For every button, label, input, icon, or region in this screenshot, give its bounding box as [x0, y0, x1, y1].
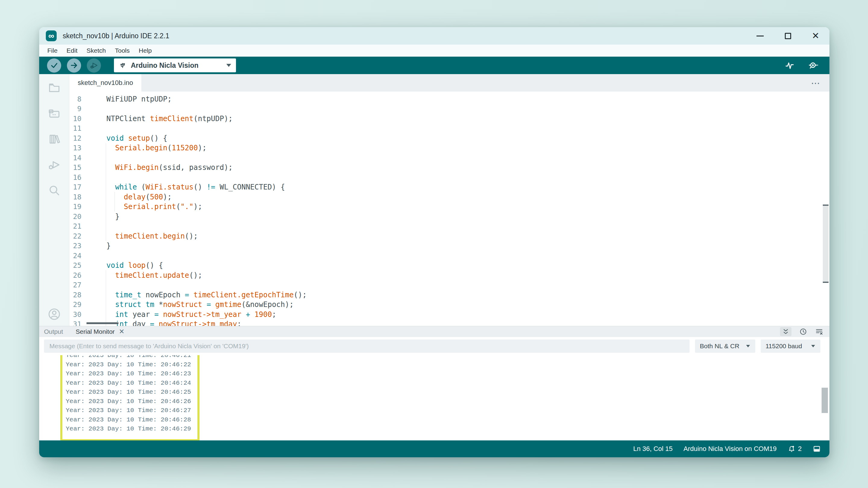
code-editor[interactable]: 78WiFiUDP ntpUDP;910NTPClient timeClient… — [69, 92, 830, 326]
autoscroll-toggle[interactable] — [780, 327, 792, 336]
code-line[interactable]: 8WiFiUDP ntpUDP; — [69, 94, 830, 104]
editor-vertical-scrollbar[interactable] — [823, 204, 829, 283]
maximize-icon — [785, 33, 791, 39]
sidebar-item-debug[interactable] — [48, 158, 61, 171]
minimize-icon — [756, 36, 764, 36]
line-ending-value: Both NL & CR — [700, 343, 739, 350]
code-line[interactable]: 25void loop() { — [69, 261, 830, 270]
message-row: Message (Enter to send message to 'Ardui… — [39, 337, 830, 355]
code-line[interactable]: 27 — [69, 280, 830, 290]
usb-icon — [119, 61, 127, 69]
debug-sidebar-icon — [48, 158, 61, 171]
code-line[interactable]: 11 — [69, 124, 830, 133]
workspace: sketch_nov10b.ino ⋯ 78WiFiUDP ntpUDP;910… — [39, 74, 830, 326]
arduino-logo-icon: ∞ — [46, 30, 57, 41]
line-number: 16 — [69, 173, 82, 181]
code-line[interactable]: 9 — [69, 104, 830, 114]
minimize-button[interactable] — [746, 27, 774, 44]
window-controls: ✕ — [746, 27, 830, 44]
arrow-right-icon — [70, 61, 79, 70]
code-text: WiFiUDP ntpUDP; — [82, 95, 172, 103]
close-button[interactable]: ✕ — [802, 27, 830, 44]
window-title: sketch_nov10b | Arduino IDE 2.2.1 — [63, 32, 169, 40]
board-port-status[interactable]: Arduino Nicla Vision on COM19 — [684, 445, 777, 453]
maximize-button[interactable] — [774, 27, 802, 44]
chevron-down-icon — [226, 64, 231, 67]
debug-icon — [90, 61, 98, 70]
editor-column: sketch_nov10b.ino ⋯ 78WiFiUDP ntpUDP;910… — [69, 74, 830, 326]
clear-output-icon[interactable] — [815, 327, 824, 336]
code-line[interactable]: 10NTPClient timeClient(ntpUDP); — [69, 114, 830, 124]
tab-output[interactable]: Output — [44, 328, 63, 335]
toolbar: Arduino Nicla Vision — [39, 57, 830, 74]
code-line[interactable]: 21 — [69, 221, 830, 231]
code-line[interactable]: 26 timeClient.update(); — [69, 270, 830, 281]
tab-options-icon[interactable]: ⋯ — [811, 78, 830, 88]
message-placeholder: Message (Enter to send message to 'Ardui… — [50, 343, 249, 350]
status-bar: Ln 36, Col 15 Arduino Nicla Vision on CO… — [39, 441, 830, 457]
code-line[interactable]: 24 — [69, 251, 830, 261]
code-line[interactable]: 14 — [69, 153, 830, 163]
code-line[interactable]: 17 while (WiFi.status() != WL_CONNECTED)… — [69, 182, 830, 192]
toggle-panel-icon[interactable] — [812, 445, 821, 453]
serial-plotter-icon[interactable] — [784, 60, 795, 71]
code-line[interactable]: 12void setup() { — [69, 133, 830, 143]
sidebar-item-boards-manager[interactable] — [48, 107, 61, 120]
cursor-position[interactable]: Ln 36, Col 15 — [633, 445, 673, 453]
editor-horizontal-scrollbar[interactable] — [87, 322, 119, 324]
menu-tools[interactable]: Tools — [110, 47, 134, 54]
sidebar-item-sketchbook[interactable] — [48, 82, 61, 95]
line-number: 29 — [69, 301, 82, 308]
code-line[interactable]: 22 timeClient.begin(); — [69, 231, 830, 241]
verify-button[interactable] — [47, 59, 61, 73]
code-line[interactable]: 7 — [69, 92, 830, 94]
upload-button[interactable] — [67, 59, 81, 73]
serial-line: Year: 2023 Day: 10 Time: 20:46:25 — [66, 388, 191, 397]
code-line[interactable]: 29 struct tm *nowStruct = gmtime(&nowEpo… — [69, 300, 830, 310]
menu-edit[interactable]: Edit — [62, 47, 82, 54]
tab-serial-monitor[interactable]: Serial Monitor ✕ — [76, 328, 124, 335]
baud-rate-dropdown[interactable]: 115200 baud — [761, 339, 820, 353]
code-line[interactable]: 16 — [69, 173, 830, 183]
serial-line: Year: 2023 Day: 10 Time: 20:46:27 — [66, 406, 191, 415]
account-button[interactable] — [47, 307, 61, 321]
sidebar-item-library-manager[interactable] — [48, 133, 61, 146]
activity-bar — [39, 74, 69, 326]
serial-line: Year: 2023 Day: 10 Time: 20:46:29 — [66, 424, 191, 434]
sidebar-item-search[interactable] — [48, 184, 61, 197]
code-text: NTPClient timeClient(ntpUDP); — [82, 115, 233, 123]
close-serial-monitor-icon[interactable]: ✕ — [119, 328, 124, 335]
tab-sketch-ino[interactable]: sketch_nov10b.ino — [69, 74, 141, 92]
tab-output-label: Output — [44, 328, 63, 335]
code-text: void setup() { — [82, 134, 167, 142]
serial-output-area[interactable]: Year: 2023 Day: 10 Time: 20:46:21Year: 2… — [39, 355, 830, 441]
timestamp-toggle-icon[interactable] — [799, 328, 807, 335]
code-line[interactable]: 13 Serial.begin(115200); — [69, 143, 830, 153]
code-line[interactable]: 20 } — [69, 212, 830, 222]
debug-button[interactable] — [87, 59, 101, 73]
line-number: 25 — [69, 261, 82, 269]
line-ending-dropdown[interactable]: Both NL & CR — [695, 339, 755, 353]
menu-file[interactable]: File — [43, 47, 62, 54]
board-selector[interactable]: Arduino Nicla Vision — [114, 59, 236, 72]
line-number: 22 — [69, 232, 82, 240]
serial-scrollbar[interactable] — [822, 388, 828, 413]
notifications-button[interactable]: 2 — [787, 445, 802, 453]
code-line[interactable]: 23} — [69, 241, 830, 251]
menu-help[interactable]: Help — [134, 47, 156, 54]
code-line[interactable]: 18 delay(500); — [69, 192, 830, 202]
line-number: 9 — [69, 105, 82, 113]
code-line[interactable]: 28 time_t nowEpoch = timeClient.getEpoch… — [69, 290, 830, 300]
code-line[interactable]: 19 Serial.print("."); — [69, 202, 830, 212]
code-line[interactable]: 30 int year = nowStruct->tm_year + 1900; — [69, 310, 830, 320]
code-text: Serial.print("."); — [82, 202, 202, 211]
toolbar-right — [784, 60, 822, 71]
serial-monitor-icon[interactable] — [808, 60, 818, 71]
code-line[interactable]: 15 WiFi.begin(ssid, password); — [69, 163, 830, 173]
arduino-ide-window: ∞ sketch_nov10b | Arduino IDE 2.2.1 ✕ Fi… — [39, 27, 830, 457]
line-number: 11 — [69, 124, 82, 132]
serial-message-input[interactable]: Message (Enter to send message to 'Ardui… — [44, 339, 689, 353]
menu-sketch[interactable]: Sketch — [82, 47, 110, 54]
code-line[interactable]: 31 int day = nowStruct->tm_mday; — [69, 319, 830, 326]
serial-line: Year: 2023 Day: 10 Time: 20:46:28 — [66, 415, 191, 425]
